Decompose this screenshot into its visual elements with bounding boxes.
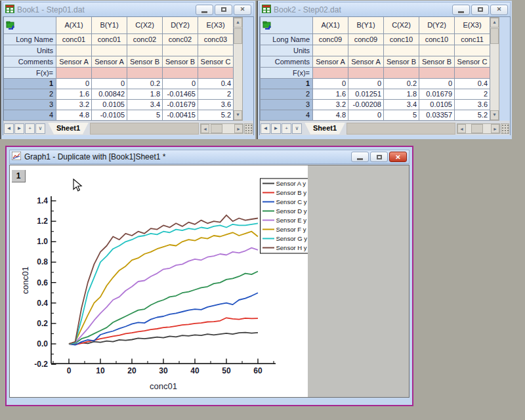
header-cell[interactable] <box>313 45 348 56</box>
data-cell[interactable]: 5 <box>127 110 163 121</box>
header-cell[interactable] <box>92 68 127 79</box>
data-cell[interactable]: -0.00208 <box>348 100 384 110</box>
header-cell[interactable]: Sensor A <box>313 56 348 68</box>
column-header[interactable]: E(X3) <box>198 17 234 34</box>
data-cell[interactable]: 0.00842 <box>92 89 127 100</box>
header-cell[interactable] <box>419 45 455 56</box>
scroll-down-button[interactable]: ▼ <box>490 110 499 120</box>
resize-grip[interactable] <box>501 123 509 134</box>
data-cell[interactable]: 5.2 <box>198 110 234 121</box>
data-cell[interactable]: 1.6 <box>313 89 348 100</box>
column-header[interactable]: B(Y1) <box>348 17 384 34</box>
data-cell[interactable]: -0.00415 <box>163 110 198 121</box>
tab-next-button[interactable]: ► <box>14 123 24 134</box>
header-cell[interactable]: conc03 <box>198 34 234 45</box>
column-header[interactable]: A(X1) <box>313 17 348 34</box>
scroll-right-button[interactable]: ► <box>234 124 243 133</box>
data-cell[interactable]: 0 <box>348 110 384 121</box>
header-cell[interactable]: conc01 <box>56 34 92 45</box>
header-cell[interactable]: Sensor C <box>198 56 234 68</box>
hscrollbar-thumb[interactable] <box>211 124 222 133</box>
data-cell[interactable]: 3.6 <box>198 100 234 110</box>
data-cell[interactable]: 1.8 <box>384 89 419 100</box>
data-cell[interactable]: 0 <box>56 79 92 89</box>
origin-link-icon[interactable] <box>3 17 56 34</box>
sheet-list-button[interactable]: ∨ <box>292 123 302 134</box>
data-cell[interactable]: 0 <box>419 79 455 89</box>
data-cell[interactable]: 0.03357 <box>419 110 455 121</box>
row-label[interactable]: Long Name <box>260 34 313 45</box>
scroll-up-button[interactable]: ▲ <box>234 18 242 28</box>
graph-page[interactable]: 0102030405060-0.20.00.20.40.60.81.01.21.… <box>10 165 308 397</box>
minimize-button[interactable] <box>452 5 470 15</box>
add-sheet-button[interactable]: + <box>25 123 35 134</box>
row-number[interactable]: 1 <box>3 79 56 89</box>
header-cell[interactable] <box>384 68 419 79</box>
scroll-up-button[interactable]: ▲ <box>490 18 499 28</box>
graph1-titlebar[interactable]: Graph1 - Duplicate with [Book1]Sheet1 * … <box>9 150 410 164</box>
header-cell[interactable] <box>348 45 384 56</box>
row-label[interactable]: Comments <box>3 56 56 68</box>
row-number[interactable]: 3 <box>3 100 56 110</box>
tab-next-button[interactable]: ► <box>271 123 281 134</box>
header-cell[interactable]: conc11 <box>455 34 490 45</box>
data-cell[interactable]: 3.4 <box>127 100 163 110</box>
column-header[interactable]: A(X1) <box>56 17 92 34</box>
vertical-scrollbar[interactable]: ▲▼ <box>490 17 499 121</box>
graph-plot[interactable]: 0102030405060-0.20.00.20.40.60.81.01.21.… <box>10 165 308 398</box>
data-cell[interactable]: -0.01679 <box>163 100 198 110</box>
horizontal-scrollbar[interactable]: ◄ ► <box>200 123 243 134</box>
horizontal-scrollbar[interactable]: ◄ ► <box>457 123 500 134</box>
data-cell[interactable]: 2 <box>198 89 234 100</box>
vertical-scrollbar[interactable]: ▲▼ <box>234 17 243 121</box>
tab-prev-button[interactable]: ◄ <box>4 123 14 134</box>
data-cell[interactable]: 5 <box>384 110 419 121</box>
column-header[interactable]: C(X2) <box>127 17 163 34</box>
header-cell[interactable]: conc10 <box>384 34 419 45</box>
header-cell[interactable] <box>313 68 348 79</box>
minimize-button[interactable] <box>351 152 369 162</box>
header-cell[interactable]: Sensor B <box>163 56 198 68</box>
scroll-down-button[interactable]: ▼ <box>234 110 242 120</box>
header-cell[interactable]: Sensor C <box>455 56 490 68</box>
header-cell[interactable]: conc09 <box>348 34 384 45</box>
header-cell[interactable] <box>419 68 455 79</box>
header-cell[interactable]: conc09 <box>313 34 348 45</box>
data-cell[interactable]: 1.6 <box>56 89 92 100</box>
add-sheet-button[interactable]: + <box>282 123 291 134</box>
header-cell[interactable] <box>163 45 198 56</box>
data-cell[interactable]: 3.4 <box>384 100 419 110</box>
header-cell[interactable] <box>348 68 384 79</box>
header-cell[interactable] <box>92 45 127 56</box>
data-cell[interactable]: -0.01465 <box>163 89 198 100</box>
layer-badge[interactable]: 1 <box>12 170 26 182</box>
column-header[interactable]: B(Y1) <box>92 17 127 34</box>
row-number[interactable]: 1 <box>260 79 313 89</box>
data-cell[interactable]: 0.0105 <box>419 100 455 110</box>
data-cell[interactable]: 2 <box>455 89 490 100</box>
close-button[interactable]: ✕ <box>234 5 251 15</box>
column-header[interactable]: D(Y2) <box>419 17 455 34</box>
header-cell[interactable]: Sensor A <box>92 56 127 68</box>
minimize-button[interactable] <box>196 5 213 15</box>
header-cell[interactable]: conc02 <box>163 34 198 45</box>
scroll-left-button[interactable]: ◄ <box>457 124 466 133</box>
row-number[interactable]: 2 <box>3 89 56 100</box>
vscrollbar-thumb[interactable] <box>234 28 242 44</box>
data-cell[interactable]: -0.0105 <box>92 110 127 121</box>
header-cell[interactable] <box>198 45 234 56</box>
scroll-left-button[interactable]: ◄ <box>201 124 209 133</box>
column-header[interactable]: C(X2) <box>384 17 419 34</box>
header-cell[interactable] <box>384 45 419 56</box>
resize-grip[interactable] <box>244 123 253 134</box>
data-cell[interactable]: 5.2 <box>455 110 490 121</box>
row-number[interactable]: 2 <box>260 89 313 100</box>
header-cell[interactable]: Sensor B <box>384 56 419 68</box>
data-cell[interactable]: 3.2 <box>313 100 348 110</box>
data-cell[interactable]: 4.8 <box>313 110 348 121</box>
header-cell[interactable]: conc02 <box>127 34 163 45</box>
header-cell[interactable]: conc10 <box>419 34 455 45</box>
header-cell[interactable] <box>163 68 198 79</box>
data-cell[interactable]: 0.2 <box>384 79 419 89</box>
restore-button[interactable] <box>215 5 232 15</box>
